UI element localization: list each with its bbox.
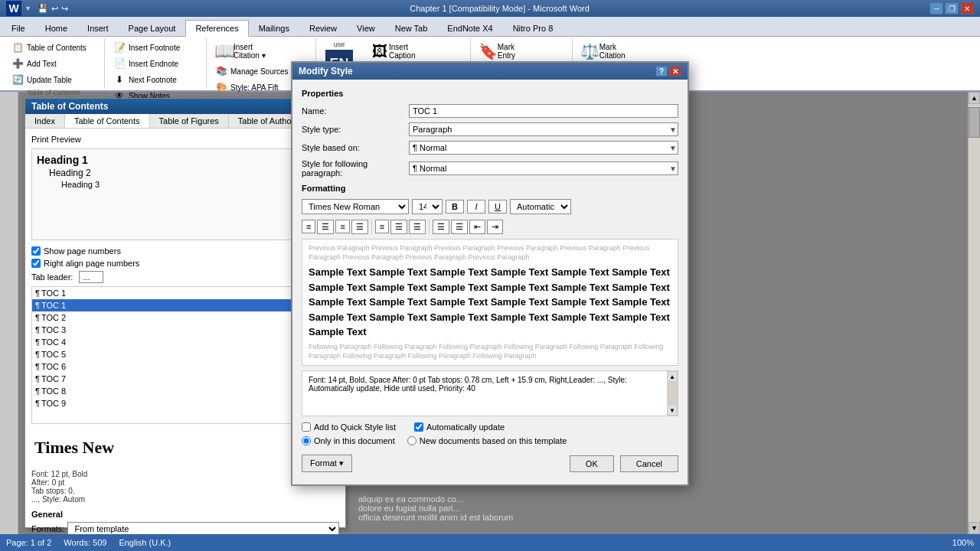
only-in-doc-radio[interactable]	[302, 436, 311, 445]
bold-btn[interactable]: B	[446, 200, 464, 214]
list-btn-2[interactable]: ☰	[451, 220, 468, 234]
style-following-container: ¶ Normal ▼	[409, 161, 678, 175]
ok-btn[interactable]: OK	[570, 455, 614, 472]
style-based-container: ¶ Normal ▼	[409, 141, 678, 155]
add-quick-style-label: Add to Quick Style list	[314, 422, 396, 432]
indent-increase-btn[interactable]: ⇥	[487, 220, 503, 234]
modify-style-overlay: Modify Style ? ✕ Properties Name: Style …	[0, 0, 980, 551]
preview-section: Previous Paragraph Previous Paragraph Pr…	[302, 239, 678, 366]
options-row: Add to Quick Style list Automatically up…	[302, 422, 678, 432]
italic-btn[interactable]: I	[467, 200, 485, 214]
dialog-body: Properties Name: Style type: Paragraph ▼…	[292, 80, 688, 484]
font-name-select[interactable]: Times New Roman	[302, 199, 409, 214]
align-toolbar: ≡ ☰ ≡ ☰ ≡ ☰ ☰ ☰ ☰ ⇤ ⇥	[302, 219, 678, 234]
line-spacing-3-btn[interactable]: ☰	[409, 220, 426, 234]
style-following-row: Style for following paragraph: ¶ Normal …	[302, 159, 678, 178]
list-btn-1[interactable]: ☰	[433, 220, 449, 234]
style-based-label: Style based on:	[302, 143, 409, 152]
font-row: Times New Roman 14 B I U Automatic	[302, 199, 678, 214]
dialog-title-bar: Modify Style ? ✕	[292, 63, 688, 80]
separator-2	[429, 219, 430, 234]
style-type-select[interactable]: Paragraph	[409, 122, 678, 136]
style-type-container: Paragraph ▼	[409, 122, 678, 136]
line-spacing-2-btn[interactable]: ☰	[390, 220, 407, 234]
modify-style-dialog: Modify Style ? ✕ Properties Name: Style …	[291, 61, 689, 486]
description-scrollbar[interactable]: ▲ ▼	[667, 371, 678, 416]
cancel-btn[interactable]: Cancel	[620, 455, 678, 472]
auto-update-label: Automatically update	[426, 422, 505, 432]
auto-update-checkbox[interactable]	[414, 422, 423, 432]
align-center-btn[interactable]: ☰	[317, 220, 334, 234]
style-following-label: Style for following paragraph:	[302, 159, 409, 178]
description-text: Font: 14 pt, Bold, Space After: 0 pt Tab…	[309, 376, 671, 393]
preview-sample-text: Sample Text Sample Text Sample Text Samp…	[302, 263, 678, 341]
radio-row: Only in this document New documents base…	[302, 436, 678, 445]
formatting-section-title: Formatting	[302, 184, 678, 193]
add-quick-style-container: Add to Quick Style list	[302, 422, 396, 432]
description-box: Font: 14 pt, Bold, Space After: 0 pt Tab…	[302, 370, 678, 416]
align-justify-btn[interactable]: ☰	[351, 220, 368, 234]
name-label: Name:	[302, 106, 409, 116]
style-based-row: Style based on: ¶ Normal ▼	[302, 141, 678, 155]
separator-1	[371, 219, 372, 234]
dialog-title: Modify Style	[299, 66, 353, 77]
name-row: Name:	[302, 104, 678, 118]
new-docs-option: New documents based on this template	[407, 436, 567, 445]
desc-scroll-up[interactable]: ▲	[667, 371, 678, 382]
style-type-label: Style type:	[302, 125, 409, 134]
desc-scroll-down[interactable]: ▼	[667, 405, 678, 416]
format-dropdown-btn[interactable]: Format ▾	[302, 455, 352, 472]
style-based-select[interactable]: ¶ Normal	[409, 141, 678, 155]
new-docs-label: New documents based on this template	[420, 436, 567, 445]
only-in-doc-label: Only in this document	[314, 436, 395, 445]
preview-gray-before: Previous Paragraph Previous Paragraph Pr…	[302, 240, 678, 263]
line-spacing-1-btn[interactable]: ≡	[375, 220, 389, 233]
dialog-close-btn[interactable]: ✕	[669, 66, 681, 77]
style-type-row: Style type: Paragraph ▼	[302, 122, 678, 136]
new-docs-radio[interactable]	[407, 436, 416, 445]
add-quick-style-checkbox[interactable]	[302, 422, 311, 432]
preview-gray-after: Following Paragraph Following Paragraph …	[302, 341, 678, 365]
formatting-section: Formatting Times New Roman 14 B I U Auto…	[302, 184, 678, 234]
dialog-help-btn[interactable]: ?	[655, 66, 668, 77]
align-right-btn[interactable]: ≡	[335, 220, 349, 233]
auto-update-container: Automatically update	[414, 422, 505, 432]
desc-scroll-track[interactable]	[667, 382, 678, 405]
underline-btn[interactable]: U	[488, 200, 507, 214]
style-following-select[interactable]: ¶ Normal	[409, 161, 678, 175]
dialog-footer: Format ▾ OK Cancel	[302, 452, 678, 475]
color-select[interactable]: Automatic	[510, 199, 571, 214]
only-in-doc-option: Only in this document	[302, 436, 395, 445]
properties-section-title: Properties	[302, 89, 678, 98]
align-left-btn[interactable]: ≡	[302, 220, 315, 233]
indent-decrease-btn[interactable]: ⇤	[469, 220, 485, 234]
ok-cancel-group: OK Cancel	[570, 455, 678, 472]
dialog-title-controls: ? ✕	[655, 66, 681, 77]
name-input[interactable]	[409, 104, 678, 118]
font-size-select[interactable]: 14	[412, 199, 443, 214]
